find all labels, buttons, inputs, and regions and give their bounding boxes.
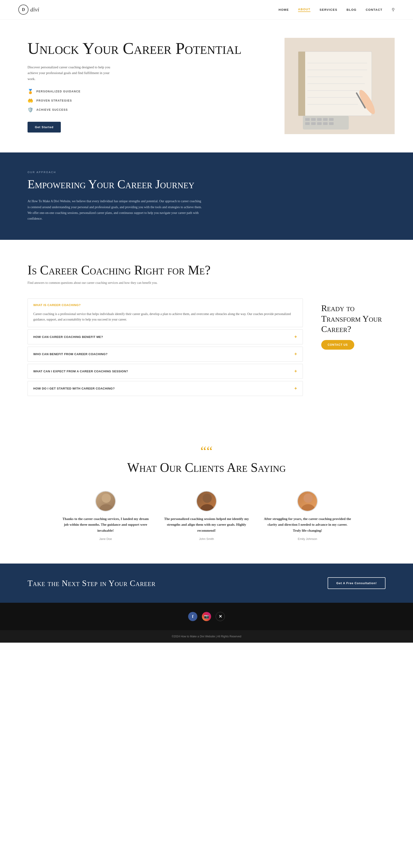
faq-question-5[interactable]: How do I get started with career coachin… — [28, 381, 303, 396]
faq-list: What is career coaching? Career coaching… — [28, 299, 303, 398]
faq-expand-icon-5: + — [294, 386, 297, 391]
avatar-image-3 — [298, 492, 317, 511]
svg-point-28 — [301, 504, 315, 512]
svg-rect-14 — [311, 118, 316, 121]
faq-item-4: What can I expect from a career coaching… — [28, 364, 303, 379]
hero-subtitle: Discover personalized career coaching de… — [28, 64, 115, 82]
free-consultation-button[interactable]: Get A Free Consultation! — [328, 577, 385, 589]
avatar-3 — [297, 491, 318, 512]
faq-question-4[interactable]: What can I expect from a career coaching… — [28, 364, 303, 378]
personalized-guidance-icon: 🏅 — [28, 89, 34, 94]
faq-section: Is Career Coaching Right for Me? Find an… — [0, 240, 413, 421]
faq-item-5: How do I get started with career coachin… — [28, 381, 303, 396]
get-started-button[interactable]: Get Started — [28, 122, 61, 132]
feature-item-2: 🤲 Proven Strategies — [28, 98, 266, 103]
navigation: HOME ABOUT SERVICES BLOG CONTACT ⚲ — [278, 7, 395, 12]
approach-section: OUR APPROACH Empowering Your Career Jour… — [0, 152, 413, 240]
svg-rect-17 — [329, 118, 334, 121]
testimonials-title: What Our Clients Are Saying — [28, 460, 385, 475]
svg-point-25 — [203, 494, 212, 503]
logo-icon: D — [18, 5, 28, 15]
svg-rect-13 — [305, 118, 310, 121]
svg-point-23 — [101, 494, 111, 503]
hero-image-container — [285, 38, 395, 134]
facebook-icon[interactable]: f — [188, 612, 197, 621]
faq-question-1[interactable]: What is career coaching? — [28, 299, 303, 311]
faq-expand-icon-4: + — [294, 369, 297, 374]
footer-social: f 📷 ✕ — [0, 603, 413, 630]
testimonial-card-1: Thanks to the career coaching services, … — [62, 491, 149, 541]
logo-name: divi — [30, 6, 39, 13]
testimonials-section: ““ What Our Clients Are Saying Thanks to… — [0, 421, 413, 564]
approach-title: Empowering Your Career Journey — [28, 177, 385, 191]
feature-item-1: 🏅 Personalized Guidance — [28, 89, 266, 94]
svg-point-24 — [99, 504, 113, 512]
faq-expand-icon-2: + — [294, 334, 297, 340]
faq-cta-box: Ready to Transform Your Career? Contact … — [321, 299, 385, 398]
cta-banner: Take the Next Step in Your Career Get A … — [0, 563, 413, 603]
copyright-text: ©2024 How to Make a Divi Website | All R… — [5, 635, 408, 638]
avatar-image-2 — [197, 492, 216, 511]
svg-rect-18 — [305, 122, 310, 125]
testimonials-grid: Thanks to the career coaching services, … — [28, 491, 385, 541]
feature-label-3: Achieve Success — [36, 108, 68, 112]
faq-subtitle: Find answers to common questions about o… — [28, 281, 385, 285]
svg-rect-16 — [323, 118, 328, 121]
testimonial-card-2: The personalized coaching sessions helpe… — [163, 491, 250, 541]
nav-home[interactable]: HOME — [278, 8, 289, 11]
contact-us-button[interactable]: Contact Us — [321, 340, 354, 350]
testimonial-card-3: After struggling for years, the career c… — [264, 491, 351, 541]
faq-question-3[interactable]: Who can benefit from career coaching? + — [28, 347, 303, 361]
nav-contact[interactable]: CONTACT — [366, 8, 382, 11]
cta-banner-title: Take the Next Step in Your Career — [28, 579, 155, 588]
feature-label-2: Proven Strategies — [36, 99, 72, 102]
footer-bottom: ©2024 How to Make a Divi Website | All R… — [0, 630, 413, 643]
svg-rect-22 — [329, 122, 334, 125]
faq-item-1: What is career coaching? Career coaching… — [28, 299, 303, 327]
faq-item-2: How can career coaching benefit me? + — [28, 330, 303, 344]
svg-rect-20 — [317, 122, 322, 125]
feature-label-1: Personalized Guidance — [36, 90, 81, 93]
proven-strategies-icon: 🤲 — [28, 98, 34, 103]
testimonial-text-2: The personalized coaching sessions helpe… — [163, 516, 250, 534]
avatar-2 — [196, 491, 217, 512]
search-icon[interactable]: ⚲ — [392, 7, 395, 12]
hero-title: Unlock Your Career Potential — [28, 39, 266, 58]
testimonial-name-1: Jane Doe — [62, 537, 149, 540]
avatar-image-1 — [96, 492, 115, 511]
feature-item-3: 🛡️ Achieve Success — [28, 107, 266, 113]
quote-mark-icon: ““ — [28, 444, 385, 458]
hero-section: Unlock Your Career Potential Discover pe… — [0, 20, 413, 152]
faq-answer-1: Career coaching is a professional servic… — [28, 311, 303, 327]
svg-rect-21 — [323, 122, 328, 125]
svg-point-26 — [200, 504, 214, 512]
logo[interactable]: D divi — [18, 5, 39, 15]
svg-rect-15 — [317, 118, 322, 121]
nav-about[interactable]: ABOUT — [298, 7, 311, 12]
nav-services[interactable]: SERVICES — [320, 8, 337, 11]
testimonial-text-1: Thanks to the career coaching services, … — [62, 516, 149, 534]
hero-image — [285, 38, 395, 134]
testimonial-name-2: John Smith — [163, 537, 250, 540]
testimonial-text-3: After struggling for years, the career c… — [264, 516, 351, 534]
achieve-success-icon: 🛡️ — [28, 107, 34, 113]
faq-item-3: Who can benefit from career coaching? + — [28, 347, 303, 362]
hero-content: Unlock Your Career Potential Discover pe… — [28, 39, 266, 133]
header: D divi HOME ABOUT SERVICES BLOG CONTACT … — [0, 0, 413, 20]
faq-question-2[interactable]: How can career coaching benefit me? + — [28, 330, 303, 344]
faq-expand-icon-3: + — [294, 351, 297, 357]
svg-point-27 — [303, 494, 313, 503]
ready-title: Ready to Transform Your Career? — [321, 303, 385, 335]
testimonial-name-3: Emily Johnson — [264, 537, 351, 540]
approach-label: OUR APPROACH — [28, 171, 385, 174]
svg-rect-2 — [298, 52, 305, 116]
feature-list: 🏅 Personalized Guidance 🤲 Proven Strateg… — [28, 89, 266, 113]
faq-content: What is career coaching? Career coaching… — [28, 299, 385, 398]
hero-image-placeholder — [285, 38, 395, 134]
svg-rect-19 — [311, 122, 316, 125]
instagram-icon[interactable]: 📷 — [202, 612, 211, 621]
x-twitter-icon[interactable]: ✕ — [216, 612, 225, 621]
approach-text: At How To Make A Divi Website, we believ… — [28, 198, 202, 221]
avatar-1 — [95, 491, 116, 512]
nav-blog[interactable]: BLOG — [347, 8, 357, 11]
